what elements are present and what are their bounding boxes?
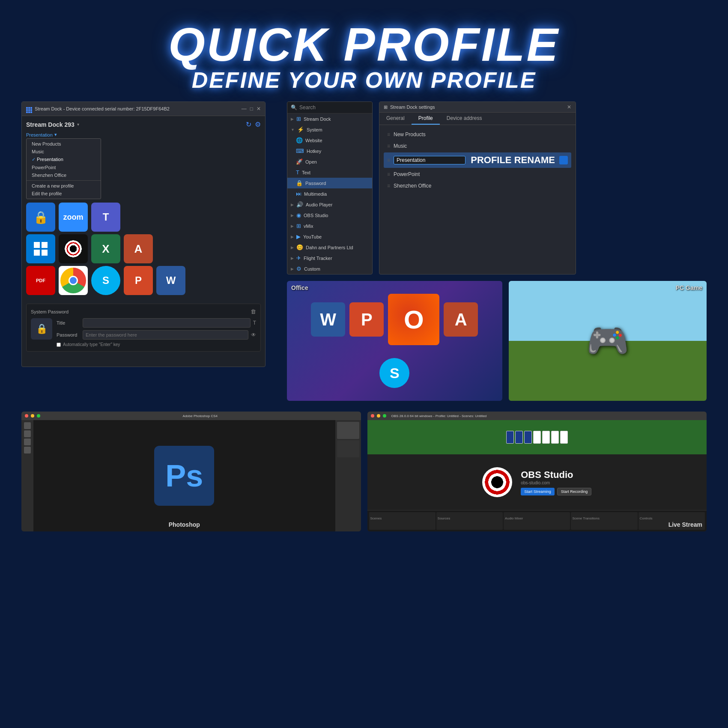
text-format-icon: T xyxy=(253,320,256,326)
live-stream-label: Live Stream xyxy=(668,521,702,528)
obs-icon: ◉ xyxy=(296,212,301,218)
sidebar-item-custom[interactable]: ▶ ⚙ Custom xyxy=(287,263,372,274)
obs-bottom-panels: Scenes Sources Audio Mixer Scene Transit… xyxy=(367,510,707,531)
compound-right: 🔍 Search ▶ ⊞ Stream Dock ▼ ⚡ System 🌐 We… xyxy=(287,101,707,401)
sidebar-item-stream-dock[interactable]: ▶ ⊞ Stream Dock xyxy=(287,113,372,124)
website-icon: 🌐 xyxy=(296,137,303,143)
sidebar-item-vmix[interactable]: ▶ ⊞ vMix xyxy=(287,221,372,231)
sidebar-item-hotkey[interactable]: ⌨ Hotkey xyxy=(287,146,372,156)
sidebar-item-youtube[interactable]: ▶ ▶ YouTube xyxy=(287,231,372,242)
lock-icon-big: 🔒 xyxy=(31,318,52,340)
trash-icon[interactable]: 🗑 xyxy=(251,308,256,315)
search-icon: 🔍 xyxy=(291,104,297,110)
dropdown-item-music[interactable]: Music xyxy=(27,148,101,155)
office-icon-ppt: P xyxy=(349,302,384,337)
window-titlebar: Stream Dock - Device connected serial nu… xyxy=(22,102,265,116)
office-icon-skype: S xyxy=(379,358,409,388)
minimize-button[interactable]: — xyxy=(242,106,247,112)
ls-main: OBS Studio obs-studio.com Start Streamin… xyxy=(367,420,707,531)
chevron-flight: ▶ xyxy=(291,256,294,260)
profile-item-shenzhen[interactable]: ≡ Shenzhen Office xyxy=(384,181,571,191)
device-name: Stream Dock 293 xyxy=(26,121,75,128)
app-icon-chrome[interactable] xyxy=(59,266,88,295)
photoshop-label: Photoshop xyxy=(169,521,200,528)
app-icon-powerpoint[interactable]: P xyxy=(124,266,153,295)
start-streaming-btn[interactable]: Start Streaming xyxy=(521,488,555,495)
app-icon-skype[interactable]: S xyxy=(91,266,120,295)
ps-max-dot xyxy=(37,414,40,418)
sync-icon[interactable]: ↻ xyxy=(246,120,251,128)
profile-item-powerpoint[interactable]: ≡ PowerPoint xyxy=(384,169,571,179)
close-button[interactable]: ✕ xyxy=(257,106,261,112)
profile-item-presentation[interactable]: ≡ PROFILE RENAME xyxy=(384,152,571,168)
office-panel: W P O A S Office xyxy=(287,281,502,401)
obs-subtitle: obs-studio.com xyxy=(521,480,550,485)
app-icon-access[interactable]: A xyxy=(124,234,153,263)
profile-rename-input[interactable] xyxy=(394,156,465,164)
app-icon-pdf[interactable]: PDF xyxy=(26,266,55,295)
sidebar-item-dahn[interactable]: ▶ 😊 Dahn and Partners Ltd xyxy=(287,242,372,253)
sidebar-item-obs[interactable]: ▶ ◉ OBS Studio xyxy=(287,210,372,221)
auto-type-checkbox[interactable] xyxy=(57,343,61,347)
device-header: Stream Dock 293 ▾ ↻ ⚙ xyxy=(26,120,261,128)
dropdown-item-shenzhen[interactable]: Shenzhen Office xyxy=(27,171,101,179)
sidebar-item-open[interactable]: 🚀 Open xyxy=(287,156,372,167)
dropdown-item-presentation[interactable]: Presentation xyxy=(27,155,101,164)
left-panel: Stream Dock - Device connected serial nu… xyxy=(21,101,278,401)
search-placeholder[interactable]: Search xyxy=(299,104,316,110)
app-icon-obs[interactable] xyxy=(59,234,88,263)
dropdown-item-create[interactable]: Create a new profile xyxy=(27,182,101,190)
sidebar-item-system[interactable]: ▼ ⚡ System xyxy=(287,124,372,135)
ps-body: Ps Photoshop xyxy=(21,420,361,531)
ps-tool-3[interactable] xyxy=(24,439,31,445)
vmix-icon: ⊞ xyxy=(296,223,301,229)
tab-device-address[interactable]: Device address xyxy=(440,113,489,125)
obs-sources-panel: Sources xyxy=(436,512,503,530)
profile-item-new-products[interactable]: ≡ New Products xyxy=(384,129,571,140)
dropdown-item-new-products[interactable]: New Products xyxy=(27,140,101,148)
password-input[interactable] xyxy=(83,330,248,340)
office-icon-access: A xyxy=(444,302,478,337)
office-icon-word: W xyxy=(311,302,345,337)
app-icon-windows[interactable] xyxy=(26,234,55,263)
sidebar-item-audio-player[interactable]: ▶ 🔊 Audio Player xyxy=(287,199,372,210)
office-panel-label: Office xyxy=(291,284,308,291)
obs-transitions-panel: Scene Transitions xyxy=(571,512,637,530)
maximize-button[interactable]: □ xyxy=(250,106,253,112)
card-2 xyxy=(515,431,523,444)
app-icon-excel[interactable]: X xyxy=(91,234,120,263)
auto-type-row: Automatically type "Enter" key xyxy=(57,342,256,347)
sidebar-item-flight[interactable]: ▶ ✈ Flight Tracker xyxy=(287,253,372,263)
tab-general[interactable]: General xyxy=(379,113,412,125)
app-icon-teams[interactable]: T xyxy=(91,203,120,232)
profile-label[interactable]: Presentation ▾ xyxy=(26,132,261,137)
dropdown-item-powerpoint[interactable]: PowerPoint xyxy=(27,164,101,171)
sidebar-item-password[interactable]: 🔒 Password xyxy=(287,178,372,188)
settings-tabs: General Profile Device address xyxy=(379,113,576,125)
device-chevron-icon[interactable]: ▾ xyxy=(77,122,79,127)
sidebar-item-website[interactable]: 🌐 Website xyxy=(287,135,372,146)
dropdown-item-edit[interactable]: Edit the profile xyxy=(27,190,101,197)
sidebar-search-bar: 🔍 Search xyxy=(287,102,372,113)
settings-icon[interactable]: ⚙ xyxy=(255,120,261,128)
tab-profile[interactable]: Profile xyxy=(412,113,440,125)
eye-icon[interactable]: 👁 xyxy=(251,332,256,338)
ps-tool-2[interactable] xyxy=(24,430,31,437)
chevron-icon: ▶ xyxy=(291,117,294,121)
chevron-custom: ▶ xyxy=(291,267,294,271)
settings-close-button[interactable]: ✕ xyxy=(567,104,571,110)
app-icon-word[interactable]: W xyxy=(156,266,185,295)
chevron-obs: ▶ xyxy=(291,213,294,218)
start-recording-btn[interactable]: Start Recording xyxy=(557,488,592,495)
ps-tool-4[interactable] xyxy=(24,447,31,454)
profile-item-music[interactable]: ≡ Music xyxy=(384,141,571,151)
sidebar-item-multimedia[interactable]: ⏭ Multimedia xyxy=(287,188,372,199)
drag-handle-icon-ppt: ≡ xyxy=(387,171,390,177)
ps-tool-1[interactable] xyxy=(24,422,31,429)
title-input[interactable] xyxy=(83,318,251,328)
app-icon-zoom[interactable]: zoom xyxy=(59,203,88,232)
settings-titlebar: ⊞ Stream Dock settings ✕ xyxy=(379,102,576,113)
ls-title-text: OBS 28.0.0 64 bit windows - Profile: Unt… xyxy=(391,414,487,418)
app-icon-lock[interactable]: 🔒 xyxy=(26,203,55,232)
sidebar-item-text[interactable]: T Text xyxy=(287,167,372,178)
